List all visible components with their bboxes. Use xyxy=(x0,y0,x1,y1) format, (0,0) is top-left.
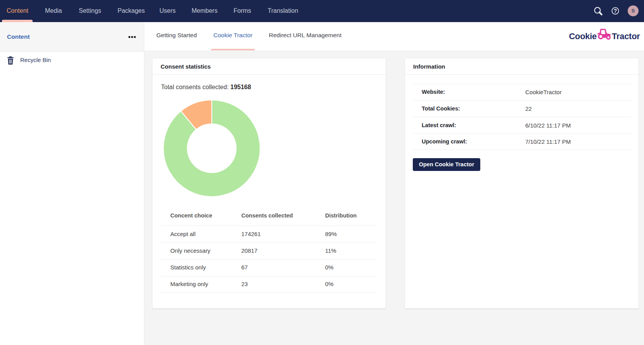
svg-text:?: ? xyxy=(614,8,617,14)
